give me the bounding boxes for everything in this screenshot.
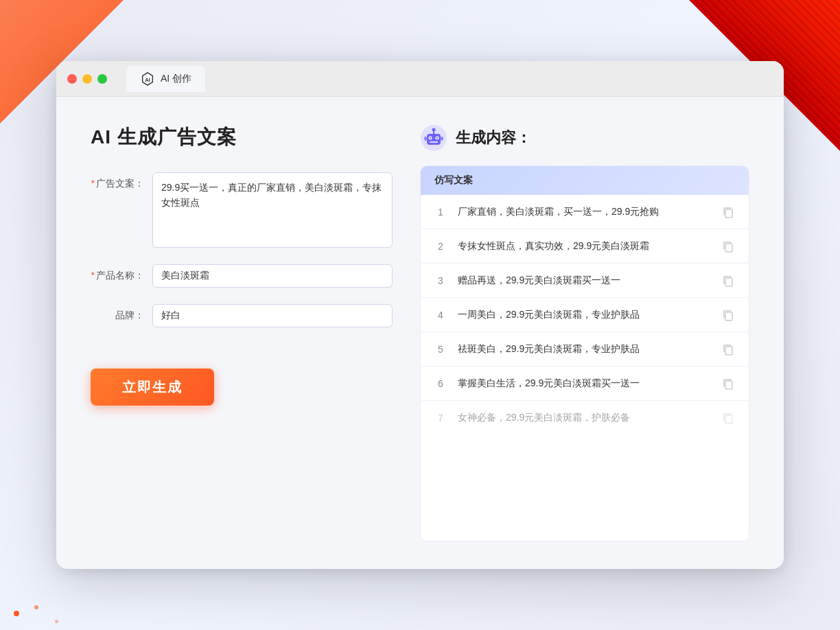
traffic-lights bbox=[67, 74, 107, 84]
browser-window: AI AI 创作 AI 生成广告文案 *广告文案： 29.9买一送一，真正的厂家… bbox=[56, 61, 784, 569]
minimize-button[interactable] bbox=[82, 74, 92, 84]
svg-rect-11 bbox=[424, 137, 427, 141]
row-text: 女神必备，29.9元美白淡斑霜，护肤必备 bbox=[458, 410, 710, 425]
tab-title: AI 创作 bbox=[161, 73, 191, 85]
result-row: 2 专抹女性斑点，真实功效，29.9元美白淡斑霜 bbox=[421, 229, 749, 264]
row-number: 2 bbox=[434, 241, 447, 252]
result-row: 3 赠品再送，29.9元美白淡斑霜买一送一 bbox=[421, 264, 749, 298]
copy-icon[interactable] bbox=[721, 377, 735, 390]
svg-rect-16 bbox=[725, 312, 732, 320]
row-text: 一周美白，29.9元美白淡斑霜，专业护肤品 bbox=[458, 307, 710, 322]
result-table: 仿写文案 1 厂家直销，美白淡斑霜，买一送一，29.9元抢购 2 专抹女性斑点，… bbox=[420, 165, 749, 541]
row-text: 祛斑美白，29.9元美白淡斑霜，专业护肤品 bbox=[458, 342, 710, 356]
svg-rect-15 bbox=[725, 278, 732, 286]
corner-decoration-bl bbox=[0, 561, 110, 630]
result-row: 1 厂家直销，美白淡斑霜，买一送一，29.9元抢购 bbox=[421, 195, 749, 229]
result-row: 7 女神必备，29.9元美白淡斑霜，护肤必备 bbox=[421, 401, 749, 434]
row-text: 厂家直销，美白淡斑霜，买一送一，29.9元抢购 bbox=[458, 205, 710, 219]
left-panel: AI 生成广告文案 *广告文案： 29.9买一送一，真正的厂家直销，美白淡斑霜，… bbox=[91, 124, 393, 541]
row-number: 4 bbox=[434, 310, 447, 320]
svg-rect-13 bbox=[725, 209, 732, 218]
svg-rect-12 bbox=[441, 137, 443, 141]
row-number: 3 bbox=[434, 275, 447, 286]
svg-point-9 bbox=[436, 137, 438, 139]
browser-content: AI 生成广告文案 *广告文案： 29.9买一送一，真正的厂家直销，美白淡斑霜，… bbox=[56, 97, 784, 569]
product-name-label: *产品名称： bbox=[91, 264, 152, 282]
svg-rect-3 bbox=[427, 134, 441, 145]
browser-chrome: AI AI 创作 bbox=[56, 61, 784, 97]
product-required-star: * bbox=[91, 270, 95, 281]
row-text: 掌握美白生活，29.9元美白淡斑霜买一送一 bbox=[458, 376, 710, 390]
page-title: AI 生成广告文案 bbox=[91, 124, 393, 150]
brand-row: 品牌： bbox=[91, 304, 393, 327]
copy-icon[interactable] bbox=[721, 240, 735, 253]
ad-required-star: * bbox=[91, 178, 95, 189]
ad-copy-row: *广告文案： 29.9买一送一，真正的厂家直销，美白淡斑霜，专抹女性斑点 bbox=[91, 172, 393, 248]
result-header: 生成内容： bbox=[420, 124, 749, 152]
svg-rect-10 bbox=[430, 141, 438, 143]
copy-icon[interactable] bbox=[721, 274, 735, 288]
svg-rect-17 bbox=[725, 347, 732, 355]
product-name-row: *产品名称： bbox=[91, 264, 393, 288]
generate-button[interactable]: 立即生成 bbox=[91, 369, 214, 406]
ad-copy-input[interactable]: 29.9买一送一，真正的厂家直销，美白淡斑霜，专抹女性斑点 bbox=[152, 172, 393, 248]
right-panel: 生成内容： 仿写文案 1 厂家直销，美白淡斑霜，买一送一，29.9元抢购 2 专… bbox=[420, 124, 749, 541]
ad-copy-label: *广告文案： bbox=[91, 172, 152, 190]
copy-icon[interactable] bbox=[721, 205, 735, 219]
result-table-header: 仿写文案 bbox=[421, 166, 749, 195]
product-name-input[interactable] bbox=[152, 264, 393, 288]
copy-icon[interactable] bbox=[721, 308, 735, 322]
row-number: 6 bbox=[434, 378, 447, 389]
robot-icon bbox=[420, 124, 447, 152]
result-rows-container: 1 厂家直销，美白淡斑霜，买一送一，29.9元抢购 2 专抹女性斑点，真实功效，… bbox=[421, 195, 749, 434]
copy-icon[interactable] bbox=[721, 411, 735, 425]
brand-label: 品牌： bbox=[91, 304, 152, 322]
svg-rect-19 bbox=[725, 415, 732, 423]
copy-icon[interactable] bbox=[721, 342, 735, 356]
close-button[interactable] bbox=[67, 74, 77, 84]
row-text: 赠品再送，29.9元美白淡斑霜买一送一 bbox=[458, 273, 710, 288]
svg-point-8 bbox=[430, 137, 431, 139]
brand-input[interactable] bbox=[152, 304, 393, 327]
row-number: 1 bbox=[434, 207, 447, 218]
svg-point-5 bbox=[432, 128, 436, 132]
svg-rect-18 bbox=[725, 381, 732, 389]
row-number: 7 bbox=[434, 412, 447, 423]
ai-tab-icon: AI bbox=[140, 71, 155, 86]
svg-rect-14 bbox=[725, 244, 732, 252]
row-number: 5 bbox=[434, 344, 447, 355]
result-row: 4 一周美白，29.9元美白淡斑霜，专业护肤品 bbox=[421, 298, 749, 332]
browser-tab[interactable]: AI AI 创作 bbox=[126, 66, 205, 92]
maximize-button[interactable] bbox=[97, 74, 107, 84]
result-row: 5 祛斑美白，29.9元美白淡斑霜，专业护肤品 bbox=[421, 332, 749, 366]
result-row: 6 掌握美白生活，29.9元美白淡斑霜买一送一 bbox=[421, 366, 749, 401]
svg-text:AI: AI bbox=[145, 76, 150, 82]
row-text: 专抹女性斑点，真实功效，29.9元美白淡斑霜 bbox=[458, 239, 710, 253]
result-title: 生成内容： bbox=[456, 128, 531, 148]
